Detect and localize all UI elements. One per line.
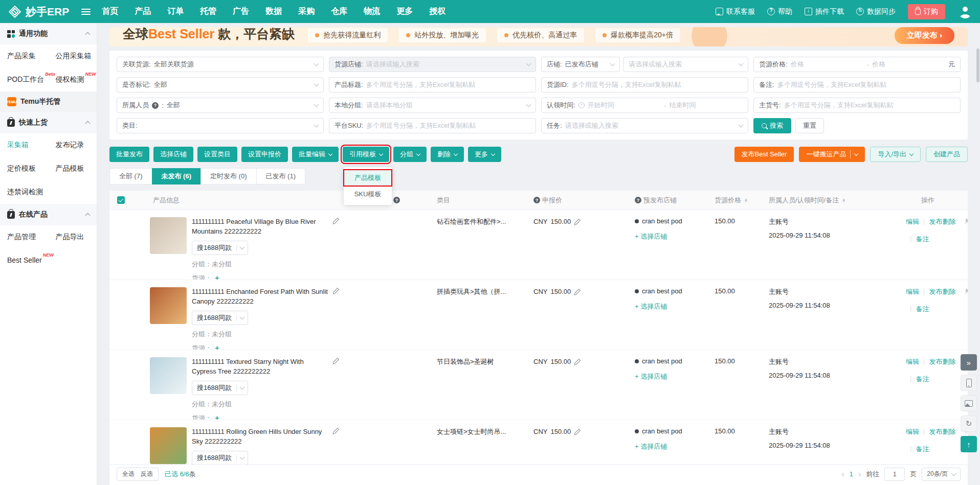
sidebar-item-产品导出[interactable]: 产品导出 (49, 227, 97, 247)
sidebar-item-Temu半托管[interactable]: TEMUTemu半托管 (0, 91, 97, 112)
toolbar-分组-button[interactable]: 分组 (393, 147, 427, 162)
filter-所属人员[interactable]: 所属人员?:全部 (117, 98, 324, 113)
edit-title-icon[interactable] (332, 288, 340, 296)
filter-任务[interactable]: 任务:请选择或输入搜索 (541, 118, 748, 133)
shop-search-select[interactable]: 请选择或输入搜索 (623, 57, 748, 72)
sidebar-item-侵权检测[interactable]: 侵权检测NEW (49, 70, 97, 89)
edit-price-icon[interactable] (574, 288, 581, 295)
nav-item-更多[interactable]: 更多 (396, 6, 413, 17)
prev-page-button[interactable]: ‹ (841, 470, 844, 479)
nav-item-采购[interactable]: 采购 (298, 6, 315, 17)
help-icon[interactable]: ? (533, 197, 540, 203)
op-删除-link[interactable]: 删除 (942, 217, 955, 226)
nav-chat[interactable]: 联系客服 (716, 7, 755, 16)
filter-类目[interactable]: 类目: (117, 118, 324, 133)
product-image[interactable] (150, 427, 187, 464)
search-1688-button[interactable]: 搜1688同款 (192, 381, 248, 395)
op-备注-link[interactable]: 备注 (916, 305, 929, 314)
sort-icon[interactable]: ▲▼ (842, 198, 845, 202)
current-page[interactable]: 1 (850, 470, 853, 478)
help-icon[interactable]: ? (393, 197, 400, 203)
tab-已发布 (1)[interactable]: 已发布 (1) (256, 168, 306, 184)
nav-data-sync[interactable]: 数据同步 (856, 7, 896, 16)
nav-item-广告[interactable]: 广告 (233, 6, 249, 17)
sidebar-item-采集箱[interactable]: 采集箱 (0, 135, 49, 155)
help-icon[interactable]: ? (152, 102, 159, 109)
nav-item-托管[interactable]: 托管 (200, 6, 216, 17)
nav-item-物流[interactable]: 物流 (364, 6, 380, 17)
edit-title-icon[interactable] (332, 428, 340, 436)
sort-icon[interactable]: ▲▼ (744, 198, 748, 202)
filter-平台SKU[interactable]: 平台SKU:多个用逗号分隔，支持Excel复制粘贴 (329, 118, 536, 133)
choose-shop-button[interactable]: + 选择店铺 (635, 302, 702, 311)
filter-本地分组[interactable]: 本地分组:请选择本地分组 (329, 98, 536, 113)
select-all-checkbox[interactable] (117, 196, 125, 204)
image-capture-icon[interactable] (961, 395, 977, 411)
op-编辑-link[interactable]: 编辑 (906, 427, 919, 436)
page-size-select[interactable]: 20条/页 (922, 468, 961, 481)
hamburger-menu-icon[interactable] (81, 9, 91, 15)
toolbar-批量发布-button[interactable]: 批量发布 (109, 147, 149, 162)
nav-help[interactable]: 帮助 (767, 7, 792, 16)
sidebar-item-产品管理[interactable]: 产品管理 (0, 227, 49, 247)
shop-type-select[interactable]: 店铺:已发布店铺 (541, 57, 620, 72)
product-image[interactable] (150, 287, 187, 324)
sidebar-section-快速上货[interactable]: 快速上货 (0, 112, 97, 133)
edit-price-icon[interactable] (574, 218, 581, 225)
subscribe-button[interactable]: 订购 (908, 4, 945, 19)
choose-shop-button[interactable]: + 选择店铺 (635, 372, 702, 381)
op-编辑-link[interactable]: 编辑 (906, 217, 919, 226)
search-button[interactable]: 搜索 (753, 118, 791, 133)
menu-item-SKU模板[interactable]: SKU模板 (344, 186, 392, 202)
filter-货源ID[interactable]: 货源ID:多个用逗号分隔，支持Excel复制粘贴 (541, 77, 748, 93)
toolbar-一键搬运产品-button[interactable]: 一键搬运产品 (799, 147, 865, 162)
sidebar-item-产品采集[interactable]: 产品采集 (0, 47, 49, 66)
tab-未发布 (6)[interactable]: 未发布 (6) (152, 168, 202, 184)
filter-产品标题[interactable]: 产品标题:多个用逗号分隔，支持Excel复制粘贴 (329, 77, 536, 93)
choose-shop-button[interactable]: + 选择店铺 (635, 232, 702, 241)
toolbar-批量编辑-button[interactable]: 批量编辑 (292, 147, 339, 162)
user-avatar[interactable] (959, 5, 972, 18)
filter-认领时间[interactable]: 认领时间:开始时间-结束时间 (541, 98, 748, 113)
search-1688-button[interactable]: 搜1688同款 (192, 311, 248, 325)
collapse-right-icon[interactable]: » (961, 354, 977, 371)
add-source-button[interactable]: + (215, 413, 219, 420)
invert-selection-button[interactable]: 反选 (136, 468, 159, 481)
edit-title-icon[interactable] (332, 218, 340, 226)
toolbar-导入/导出-button[interactable]: 导入/导出 (870, 147, 921, 162)
toolbar-删除-button[interactable]: 删除 (431, 147, 464, 162)
op-编辑-link[interactable]: 编辑 (906, 287, 919, 296)
op-备注-link[interactable]: 备注 (916, 445, 929, 454)
op-删除-link[interactable]: 删除 (942, 287, 955, 296)
menu-item-产品模板[interactable]: 产品模板 (344, 170, 392, 186)
sidebar-item-定价模板[interactable]: 定价模板 (0, 159, 49, 178)
nav-item-数据[interactable]: 数据 (265, 6, 282, 17)
page-number-input[interactable] (884, 468, 905, 481)
tab-全部 (7)[interactable]: 全部 (7) (109, 168, 152, 184)
op-备注-link[interactable]: 备注 (916, 375, 929, 384)
op-删除-link[interactable]: 删除 (942, 357, 955, 366)
sidebar-section-通用功能[interactable]: 通用功能 (0, 23, 97, 44)
product-title[interactable]: 1111111111 Textured Starry Night With Cy… (192, 357, 329, 377)
choose-shop-button[interactable]: + 选择店铺 (635, 442, 702, 451)
nav-plugin-download[interactable]: 插件下载 (805, 7, 844, 16)
op-编辑-link[interactable]: 编辑 (906, 357, 919, 366)
sidebar-item-发布记录[interactable]: 发布记录 (49, 135, 97, 155)
toolbar-引用模板-button[interactable]: 引用模板 (343, 147, 389, 162)
back-to-top-icon[interactable]: ↑ (961, 436, 977, 452)
flag-icon[interactable]: ⚑ (964, 216, 968, 226)
filter-货源价格[interactable]: 货源价格:价格-价格元 (753, 57, 961, 72)
toolbar-发布Best Seller-button[interactable]: 发布Best Seller (734, 147, 794, 162)
edit-title-icon[interactable] (332, 358, 340, 366)
op-发布-link[interactable]: 发布 (929, 217, 942, 226)
sidebar-item-POD工作台[interactable]: POD工作台Beta (0, 70, 49, 89)
edit-price-icon[interactable] (574, 428, 581, 435)
sidebar-item-产品模板[interactable]: 产品模板 (49, 159, 97, 178)
nav-item-订单[interactable]: 订单 (167, 6, 184, 17)
toolbar-设置类目-button[interactable]: 设置类目 (197, 147, 237, 162)
help-icon[interactable]: ? (635, 197, 641, 203)
add-source-button[interactable]: + (215, 273, 219, 280)
product-title[interactable]: 1111111111 Rolling Green Hills Under Sun… (192, 427, 329, 447)
op-发布-link[interactable]: 发布 (929, 427, 942, 436)
op-删除-link[interactable]: 删除 (942, 427, 955, 436)
